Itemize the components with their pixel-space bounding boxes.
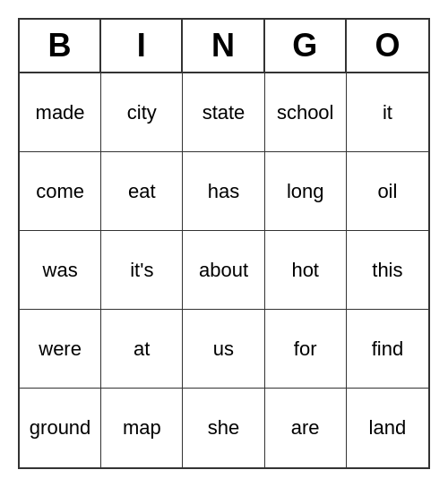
header-letter-o: O (347, 20, 428, 72)
bingo-cell-0[interactable]: made (20, 73, 101, 152)
bingo-cell-7[interactable]: has (183, 152, 264, 231)
bingo-cell-21[interactable]: map (101, 389, 183, 467)
bingo-cell-12[interactable]: about (183, 231, 264, 310)
bingo-cell-11[interactable]: it's (101, 231, 183, 310)
bingo-cell-13[interactable]: hot (265, 231, 347, 310)
bingo-cell-5[interactable]: come (20, 152, 101, 231)
bingo-cell-8[interactable]: long (265, 152, 347, 231)
header-letter-b: B (20, 20, 101, 72)
bingo-cell-2[interactable]: state (183, 73, 264, 152)
header-letter-i: I (101, 20, 183, 72)
header-letter-n: N (183, 20, 264, 72)
bingo-cell-3[interactable]: school (265, 73, 347, 152)
bingo-cell-16[interactable]: at (101, 310, 183, 389)
bingo-cell-1[interactable]: city (101, 73, 183, 152)
header-letter-g: G (265, 20, 347, 72)
bingo-header: BINGO (20, 20, 428, 73)
bingo-cell-19[interactable]: find (347, 310, 428, 389)
bingo-cell-14[interactable]: this (347, 231, 428, 310)
bingo-cell-15[interactable]: were (20, 310, 101, 389)
bingo-cell-6[interactable]: eat (101, 152, 183, 231)
bingo-cell-22[interactable]: she (183, 389, 264, 467)
bingo-cell-24[interactable]: land (347, 389, 428, 467)
bingo-cell-23[interactable]: are (265, 389, 347, 467)
bingo-cell-10[interactable]: was (20, 231, 101, 310)
bingo-cell-4[interactable]: it (347, 73, 428, 152)
bingo-cell-17[interactable]: us (183, 310, 264, 389)
bingo-cell-18[interactable]: for (265, 310, 347, 389)
bingo-card: BINGO madecitystateschoolitcomeeathaslon… (18, 18, 430, 469)
bingo-cell-20[interactable]: ground (20, 389, 101, 467)
bingo-grid: madecitystateschoolitcomeeathaslongoilwa… (20, 73, 428, 467)
bingo-cell-9[interactable]: oil (347, 152, 428, 231)
